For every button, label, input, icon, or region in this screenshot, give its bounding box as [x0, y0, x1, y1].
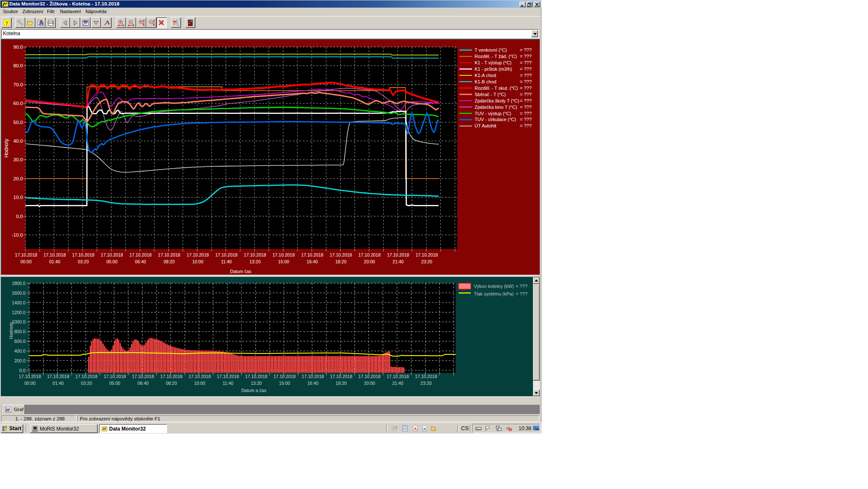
- svg-text:−: −: [129, 20, 132, 24]
- svg-text:05:00: 05:00: [106, 259, 117, 264]
- svg-text:Rozděl. - T žád. (°C): Rozděl. - T žád. (°C): [475, 54, 517, 59]
- svg-text:800.0: 800.0: [14, 329, 25, 334]
- svg-text:08:20: 08:20: [164, 259, 175, 264]
- svg-text:01:40: 01:40: [49, 259, 60, 264]
- svg-text:TUV - cirkulace (°C): TUV - cirkulace (°C): [475, 117, 516, 122]
- svg-text:Rozděl. - T skut. (°C): Rozděl. - T skut. (°C): [475, 86, 518, 91]
- svg-text:17.10.2018: 17.10.2018: [158, 252, 181, 257]
- svg-text:1400.0: 1400.0: [12, 300, 25, 305]
- svg-text:11:40: 11:40: [221, 259, 232, 264]
- svg-text:0.0: 0.0: [16, 214, 23, 219]
- svg-text:K1 - průtok (m3/h): K1 - průtok (m3/h): [475, 66, 512, 72]
- svg-text:17.10.2018: 17.10.2018: [189, 374, 211, 379]
- svg-text:10:00: 10:00: [194, 381, 205, 386]
- svg-text:18:20: 18:20: [335, 381, 346, 386]
- svg-text:50.0: 50.0: [14, 120, 23, 125]
- svg-text:Hodnoty: Hodnoty: [3, 139, 9, 158]
- svg-text:80.0: 80.0: [14, 63, 23, 68]
- svg-text:= ???: = ???: [520, 123, 532, 128]
- svg-text:17.10.2018: 17.10.2018: [72, 252, 95, 257]
- svg-text:13:20: 13:20: [251, 381, 262, 386]
- svg-text:1000.0: 1000.0: [12, 319, 25, 324]
- svg-text:17.10.2018: 17.10.2018: [245, 374, 268, 379]
- svg-text:16:40: 16:40: [307, 381, 318, 386]
- svg-text:= ???: = ???: [520, 60, 532, 65]
- svg-text:17.10.2018: 17.10.2018: [272, 252, 295, 257]
- svg-text:17.10.2018: 17.10.2018: [273, 374, 296, 379]
- svg-text:= ???: = ???: [520, 98, 532, 103]
- svg-text:= ???: = ???: [520, 105, 532, 110]
- svg-text:Sběrač - T (°C): Sběrač - T (°C): [475, 92, 506, 97]
- svg-text:40.0: 40.0: [14, 138, 23, 144]
- svg-text:17.10.2018: 17.10.2018: [44, 252, 66, 257]
- svg-text:21:40: 21:40: [392, 381, 403, 386]
- svg-text:17.10.2018: 17.10.2018: [358, 252, 381, 257]
- svg-text:20:00: 20:00: [364, 381, 375, 386]
- svg-text:17.10.2018: 17.10.2018: [101, 252, 123, 257]
- svg-text:17.10.2018: 17.10.2018: [217, 374, 239, 379]
- svg-text:Hodnoty: Hodnoty: [8, 321, 14, 339]
- svg-text:17.10.2018: 17.10.2018: [15, 252, 37, 257]
- svg-text:21:40: 21:40: [393, 259, 404, 264]
- svg-text:TUV - výstup (°C): TUV - výstup (°C): [475, 111, 511, 116]
- svg-text:-10.0: -10.0: [12, 232, 23, 238]
- svg-text:?: ?: [173, 19, 176, 26]
- svg-text:10:00: 10:00: [192, 259, 203, 264]
- svg-text:= ???: = ???: [520, 47, 532, 52]
- svg-text:17.10.2018: 17.10.2018: [415, 374, 437, 379]
- svg-text:ÚT Autohit: ÚT Autohit: [475, 123, 496, 128]
- svg-text:17.10.2018: 17.10.2018: [330, 252, 352, 257]
- svg-text:= ???: = ???: [516, 291, 527, 296]
- svg-text:+: +: [140, 20, 142, 24]
- svg-text:Tlak systému (kPa): Tlak systému (kPa): [474, 291, 514, 296]
- svg-text:−: −: [150, 20, 152, 24]
- svg-text:17.10.2018: 17.10.2018: [129, 252, 152, 257]
- svg-text:20.0: 20.0: [14, 176, 23, 181]
- svg-text:200.0: 200.0: [14, 358, 25, 363]
- svg-text:K1-A chod: K1-A chod: [475, 73, 496, 78]
- svg-text:90.0: 90.0: [14, 44, 23, 50]
- svg-text:X: X: [423, 426, 426, 431]
- svg-text:13:20: 13:20: [250, 259, 261, 264]
- svg-text:K1 - T výstup (°C): K1 - T výstup (°C): [475, 60, 511, 65]
- svg-text:17.10.2018: 17.10.2018: [244, 252, 266, 257]
- svg-text:Zpátečka kino T (°C): Zpátečka kino T (°C): [475, 105, 517, 110]
- svg-text:18:20: 18:20: [335, 259, 346, 264]
- svg-text:17.10.2018: 17.10.2018: [160, 374, 183, 379]
- svg-text:15:00: 15:00: [279, 381, 290, 386]
- svg-text:17.10.2018: 17.10.2018: [47, 374, 69, 379]
- svg-text:= ???: = ???: [520, 111, 532, 116]
- svg-text:Datum čas: Datum čas: [230, 269, 251, 274]
- svg-text:+: +: [119, 20, 121, 24]
- svg-text:17.10.2018: 17.10.2018: [19, 374, 41, 379]
- svg-text:08:20: 08:20: [166, 381, 177, 386]
- svg-text:= ???: = ???: [520, 117, 532, 122]
- svg-text:1600.0: 1600.0: [12, 290, 25, 295]
- svg-text:Zpátečka školy T (°C): Zpátečka školy T (°C): [475, 98, 519, 103]
- svg-text:60.0: 60.0: [14, 101, 23, 106]
- svg-text:1200.0: 1200.0: [12, 309, 25, 315]
- svg-text:?: ?: [5, 19, 8, 26]
- svg-text:11:40: 11:40: [222, 381, 233, 386]
- svg-text:15:00: 15:00: [278, 259, 289, 264]
- svg-text:00:00: 00:00: [24, 381, 35, 386]
- svg-text:= ???: = ???: [520, 54, 532, 59]
- svg-text:03:20: 03:20: [78, 259, 89, 264]
- svg-text:400.0: 400.0: [14, 348, 25, 353]
- svg-text:16:40: 16:40: [307, 259, 318, 264]
- svg-text:70.0: 70.0: [14, 82, 23, 87]
- svg-text:17.10.2018: 17.10.2018: [387, 374, 409, 379]
- svg-text:= ???: = ???: [520, 79, 532, 84]
- svg-text:17.10.2018: 17.10.2018: [387, 252, 409, 257]
- svg-text:23:20: 23:20: [421, 259, 432, 264]
- svg-text:17.10.2018: 17.10.2018: [215, 252, 238, 257]
- svg-text:17.10.2018: 17.10.2018: [358, 374, 381, 379]
- svg-text:01:40: 01:40: [52, 381, 63, 386]
- svg-text:20:00: 20:00: [364, 259, 375, 264]
- svg-text:= ???: = ???: [520, 86, 532, 91]
- svg-text:600.0: 600.0: [14, 339, 25, 344]
- svg-text:23:20: 23:20: [420, 381, 431, 386]
- svg-text:17.10.2018: 17.10.2018: [132, 374, 154, 379]
- svg-text:17.10.2018: 17.10.2018: [301, 252, 324, 257]
- svg-text:06:40: 06:40: [135, 259, 146, 264]
